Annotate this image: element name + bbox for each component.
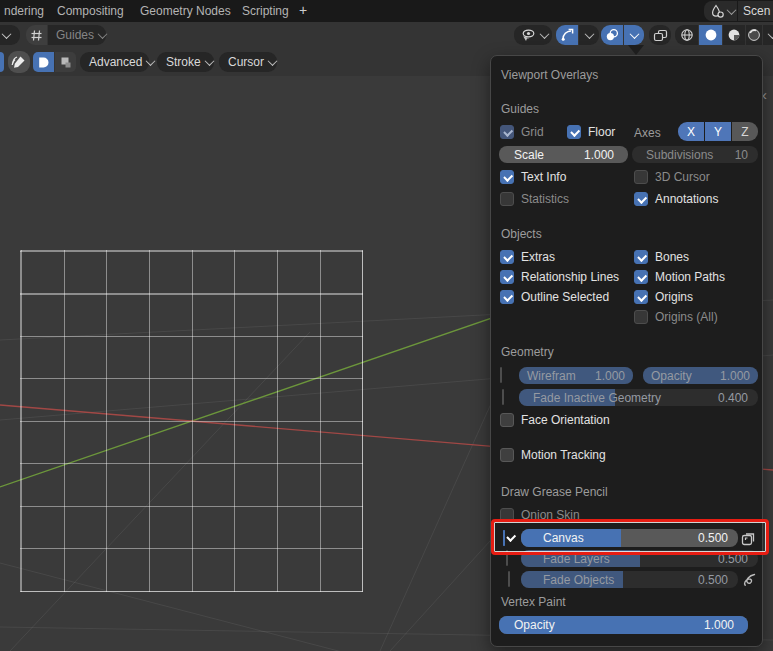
scene-selector[interactable]: Scen <box>704 1 773 21</box>
stroke-dropdown[interactable]: Stroke <box>157 52 214 72</box>
axis-x-toggle[interactable]: X <box>678 122 704 141</box>
grease-pencil-canvas-grid <box>20 250 363 592</box>
geometry-opacity-slider[interactable]: Opacity1.000 <box>643 367 758 384</box>
wireframe-sphere-icon <box>680 28 694 42</box>
wireframe-checkbox[interactable] <box>500 367 502 383</box>
origins-all-checkbox[interactable] <box>634 310 648 324</box>
relationship-lines-label: Relationship Lines <box>521 270 619 284</box>
motion-tracking-checkbox[interactable] <box>500 448 514 462</box>
gizmos-dropdown[interactable] <box>579 25 599 45</box>
scene-droplet-icon <box>710 4 725 19</box>
chevron-down-icon <box>727 5 737 15</box>
grid-scale-slider[interactable]: Scale1.000 <box>499 146 628 163</box>
overlays-icon <box>605 28 619 42</box>
face-orientation-checkbox[interactable] <box>500 413 514 427</box>
shading-dropdown[interactable] <box>763 25 773 45</box>
axis-y-toggle[interactable]: Y <box>705 122 731 141</box>
guides-section-heading: Guides <box>501 102 539 116</box>
origins-all-label: Origins (All) <box>655 310 718 324</box>
popup-title: Viewport Overlays <box>501 68 598 82</box>
objects-section-heading: Objects <box>501 227 542 241</box>
workspace-tab-compositing[interactable]: Compositing <box>57 4 124 18</box>
shading-material-button[interactable] <box>723 25 745 45</box>
guides-dropdown-label: Guides <box>56 28 94 42</box>
draw-tool-icon <box>11 54 27 70</box>
wireframe-slider[interactable]: Wirefram1.000 <box>519 367 633 384</box>
grease-pencil-section-heading: Draw Grease Pencil <box>501 485 608 499</box>
add-workspace-button[interactable]: + <box>299 2 307 18</box>
blender-window: ‹ ndering Compositing Geometry Nodes Scr… <box>0 0 773 651</box>
origins-label: Origins <box>655 290 693 304</box>
solid-sphere-icon <box>704 28 718 42</box>
relationship-lines-checkbox[interactable] <box>500 270 514 284</box>
outline-selected-label: Outline Selected <box>521 290 609 304</box>
fade-objects-slider[interactable]: Fade Objects0.500 <box>521 571 738 588</box>
stroke-placement-button[interactable] <box>33 52 54 72</box>
draw-tool-button[interactable] <box>8 51 30 73</box>
grid-checkbox[interactable] <box>500 125 514 139</box>
gizmos-toggle[interactable] <box>556 25 578 45</box>
active-tool-partial-button[interactable] <box>0 52 4 72</box>
fade-inactive-checkbox[interactable] <box>502 389 504 405</box>
outline-selected-checkbox[interactable] <box>500 290 514 304</box>
workspace-tab-geometry-nodes[interactable]: Geometry Nodes <box>140 4 231 18</box>
chevron-down-icon <box>98 29 108 39</box>
chevron-down-icon <box>629 29 639 39</box>
xray-toggle[interactable] <box>649 25 671 45</box>
motion-tracking-label: Motion Tracking <box>521 448 606 462</box>
text-info-label: Text Info <box>521 170 566 184</box>
guides-dropdown[interactable]: Guides <box>48 25 106 45</box>
floor-label: Floor <box>588 125 615 139</box>
eye-icon <box>520 28 536 43</box>
origins-checkbox[interactable] <box>634 290 648 304</box>
3d-cursor-label: 3D Cursor <box>655 170 710 184</box>
extras-checkbox[interactable] <box>500 250 514 264</box>
chevron-down-icon <box>146 56 156 66</box>
axes-label: Axes <box>634 126 661 140</box>
placement-box-icon <box>59 56 72 69</box>
fade-inactive-geometry-slider[interactable]: Fade Inactive Geometry0.400 <box>519 389 758 406</box>
advanced-dropdown[interactable]: Advanced <box>80 52 149 72</box>
text-info-checkbox[interactable] <box>500 170 514 184</box>
curve-loop-icon[interactable] <box>741 571 758 588</box>
statistics-checkbox[interactable] <box>500 192 514 206</box>
gizmo-icon <box>560 28 574 42</box>
statistics-label: Statistics <box>521 192 569 206</box>
subdivisions-field[interactable]: Subdivisions10 <box>632 146 758 163</box>
viewport-header: Guides <box>0 22 773 49</box>
guides-mode-icon-button[interactable] <box>26 25 47 45</box>
face-orientation-label: Face Orientation <box>521 413 610 427</box>
shading-wireframe-button[interactable] <box>675 25 698 45</box>
cursor-dropdown[interactable]: Cursor <box>219 52 277 72</box>
stroke-placement-alt-button[interactable] <box>55 52 76 72</box>
chevron-down-icon <box>540 29 550 39</box>
3d-cursor-checkbox[interactable] <box>634 170 648 184</box>
topbar: ndering Compositing Geometry Nodes Scrip… <box>0 0 773 22</box>
cursor-dropdown-label: Cursor <box>228 55 264 69</box>
annotations-label: Annotations <box>655 192 718 206</box>
workspace-tab-scripting[interactable]: Scripting <box>242 4 289 18</box>
axis-z-toggle[interactable]: Z <box>732 122 758 141</box>
floor-checkbox[interactable] <box>567 125 581 139</box>
workspace-tab-rendering[interactable]: ndering <box>4 4 44 18</box>
overlays-toggle[interactable] <box>601 25 623 45</box>
shading-solid-button[interactable] <box>699 25 722 45</box>
chevron-down-icon <box>1 29 11 39</box>
bones-checkbox[interactable] <box>634 250 648 264</box>
shading-rendered-button[interactable] <box>746 25 762 45</box>
object-visibility-dropdown[interactable] <box>514 25 552 45</box>
placement-d-icon <box>37 56 50 69</box>
highlight-annotation-box <box>491 519 769 555</box>
editor-type-dropdown[interactable] <box>0 25 20 45</box>
annotations-checkbox[interactable] <box>634 192 648 206</box>
motion-paths-label: Motion Paths <box>655 270 725 284</box>
fade-objects-checkbox[interactable] <box>508 571 510 587</box>
overlays-dropdown[interactable] <box>624 25 644 45</box>
viewport-overlays-popup: Viewport Overlays Guides Grid Floor Axes… <box>490 55 763 647</box>
chevron-down-icon <box>204 56 214 66</box>
rendered-sphere-icon <box>747 28 761 42</box>
vertex-paint-opacity-slider[interactable]: Opacity1.000 <box>499 616 748 634</box>
motion-paths-checkbox[interactable] <box>634 270 648 284</box>
chevron-down-icon <box>584 29 594 39</box>
axes-toggle-group: X Y Z <box>678 122 758 141</box>
